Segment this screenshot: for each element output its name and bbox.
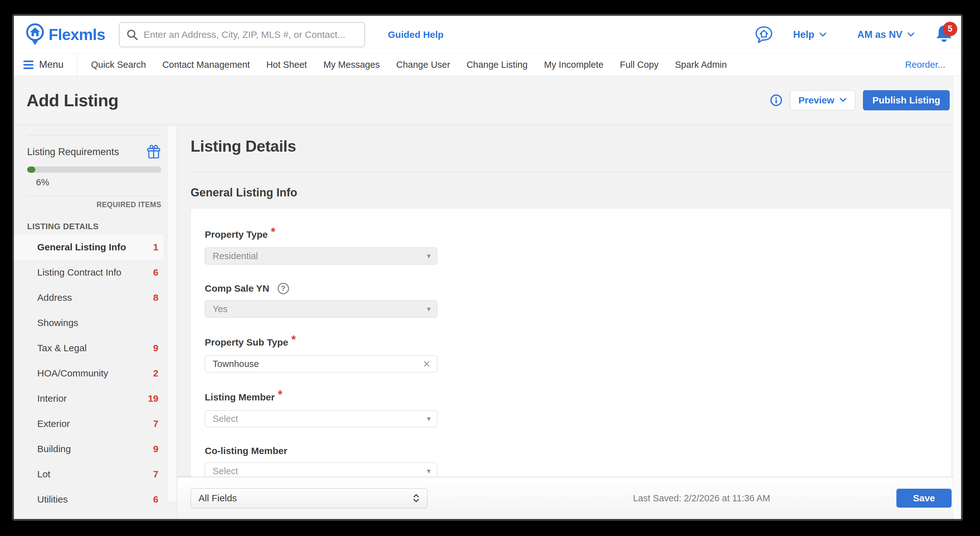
field-co-listing-member: Co-listing Member Select ▾: [205, 446, 951, 480]
gift-icon[interactable]: [146, 144, 161, 160]
reorder-link[interactable]: Reorder...: [905, 60, 945, 70]
top-header: Flexmls Guided Help Help AM as NV: [14, 16, 961, 54]
logo-text: Flexmls: [49, 25, 105, 44]
field-property-type: Property Type * Residential ▾: [205, 228, 951, 265]
main-panel: Listing Details General Listing Info Pro…: [177, 125, 961, 519]
property-type-value: Residential: [213, 251, 258, 262]
comp-sale-value: Yes: [213, 304, 228, 314]
hamburger-icon: [23, 60, 33, 69]
caret-down-icon: ▾: [427, 467, 431, 476]
content-title-divider: [191, 172, 951, 172]
menu-button[interactable]: Menu: [23, 59, 64, 70]
sidebar-nav-item[interactable]: Address 8: [14, 285, 164, 310]
sidebar-divider: [27, 196, 161, 196]
preview-button[interactable]: Preview: [790, 90, 855, 110]
user-menu[interactable]: AM as NV: [857, 29, 915, 40]
save-button[interactable]: Save: [896, 489, 951, 507]
sidebar-nav-item[interactable]: Interior 19: [14, 386, 164, 411]
search-input[interactable]: [143, 29, 358, 40]
field-label: Property Sub Type: [205, 337, 288, 348]
help-question-icon[interactable]: ?: [278, 283, 289, 294]
required-items-label: REQUIRED ITEMS: [14, 201, 161, 209]
field-filter-select[interactable]: All Fields: [191, 488, 428, 508]
sidebar-scrollbar[interactable]: [167, 127, 177, 501]
menubar-item[interactable]: Full Copy: [620, 60, 659, 70]
page-scrollbar[interactable]: [953, 125, 961, 519]
caret-down-icon: ▾: [427, 252, 431, 260]
field-label: Comp Sale YN: [205, 283, 269, 294]
sidebar-nav-item[interactable]: HOA/Community 2: [14, 361, 164, 386]
help-menu[interactable]: Help: [793, 29, 827, 40]
info-icon[interactable]: [770, 94, 783, 106]
help-label: Help: [793, 29, 815, 40]
menubar-divider: [77, 54, 77, 76]
clear-icon[interactable]: ✕: [423, 358, 431, 369]
flexmls-logo[interactable]: Flexmls: [25, 23, 105, 46]
sidebar-nav-count: 1: [153, 242, 158, 252]
sidebar-nav-item[interactable]: Tax & Legal 9: [14, 335, 164, 361]
sidebar-nav-count: 8: [153, 292, 158, 303]
sidebar-nav-label: Lot: [37, 469, 153, 480]
menubar-item[interactable]: My Messages: [323, 60, 380, 70]
menubar-item[interactable]: Spark Admin: [675, 60, 727, 70]
sidebar-nav-item[interactable]: Utilities 6: [14, 487, 164, 512]
page-actions: Preview Publish Listing: [770, 90, 950, 110]
preview-label: Preview: [799, 95, 834, 106]
progress-fill: [27, 167, 35, 173]
content-title: Listing Details: [191, 137, 951, 155]
chevron-down-icon: [819, 32, 827, 38]
notification-badge: 5: [943, 22, 957, 36]
menubar-item[interactable]: My Incomplete: [544, 60, 604, 70]
sidebar-nav-item[interactable]: Lot 7: [14, 461, 164, 487]
sidebar-nav-item[interactable]: Exterior 7: [14, 411, 164, 436]
property-sub-type-input[interactable]: Townhouse ✕: [205, 355, 437, 373]
caret-down-icon: ▾: [427, 414, 431, 423]
menubar-items: Quick Search Contact Management Hot Shee…: [91, 60, 727, 70]
field-label: Co-listing Member: [205, 446, 288, 456]
sidebar-nav-count: 9: [153, 444, 158, 454]
sidebar-nav-item[interactable]: Showings: [14, 310, 164, 335]
sidebar-nav-label: General Listing Info: [37, 242, 153, 252]
flexmls-logo-icon: [25, 23, 45, 46]
publish-listing-button[interactable]: Publish Listing: [863, 90, 950, 110]
sidebar-nav-label: Showings: [37, 317, 158, 328]
chevron-down-icon: [839, 97, 847, 103]
progress-bar: [27, 167, 161, 173]
field-property-sub-type: Property Sub Type * Townhouse ✕: [205, 336, 951, 373]
sidebar-nav-count: 7: [153, 469, 158, 480]
sidebar-nav-item[interactable]: Building 9: [14, 436, 164, 461]
menubar-item[interactable]: Hot Sheet: [266, 60, 307, 70]
menubar-item[interactable]: Contact Management: [162, 60, 250, 70]
menubar: Menu Quick Search Contact Management Hot…: [14, 54, 961, 76]
sidebar-nav-label: Listing Contract Info: [37, 267, 153, 278]
sidebar-nav-count: 2: [153, 368, 158, 379]
sidebar-nav-label: Building: [37, 444, 153, 454]
co-listing-member-placeholder: Select: [213, 466, 238, 476]
listing-member-select[interactable]: Select ▾: [205, 410, 437, 427]
home-chat-icon[interactable]: [755, 25, 773, 44]
app-window: Flexmls Guided Help Help AM as NV: [12, 14, 963, 521]
comp-sale-select[interactable]: Yes ▾: [205, 300, 437, 317]
sidebar-nav-item[interactable]: General Listing Info 1: [14, 235, 164, 260]
sidebar-nav-label: Interior: [37, 393, 148, 404]
required-asterisk: *: [278, 388, 282, 401]
sidebar-nav-item[interactable]: Listing Contract Info 6: [14, 260, 164, 285]
menubar-item[interactable]: Quick Search: [91, 60, 146, 70]
sidebar-nav-label: Utilities: [37, 494, 153, 505]
general-listing-info-card: Property Type * Residential ▾ Comp Sale …: [191, 208, 951, 517]
field-comp-sale-yn: Comp Sale YN ? Yes ▾: [205, 283, 951, 317]
global-search[interactable]: [119, 22, 365, 47]
chevron-down-icon: [907, 32, 915, 38]
field-filter-value: All Fields: [199, 493, 237, 504]
menubar-item[interactable]: Change User: [396, 60, 450, 70]
notifications-button[interactable]: 5: [934, 24, 954, 46]
progress-percent: 6%: [36, 177, 161, 188]
page-header: Add Listing Preview Publish Listing: [14, 76, 961, 125]
property-sub-type-value: Townhouse: [213, 359, 259, 369]
listing-requirements-title: Listing Requirements: [27, 146, 119, 158]
listing-details-section-label: LISTING DETAILS: [27, 222, 177, 232]
header-right-actions: Help AM as NV 5: [755, 24, 957, 46]
menubar-item[interactable]: Change Listing: [467, 60, 528, 70]
property-type-select[interactable]: Residential ▾: [205, 247, 437, 265]
guided-help-link[interactable]: Guided Help: [388, 29, 444, 40]
